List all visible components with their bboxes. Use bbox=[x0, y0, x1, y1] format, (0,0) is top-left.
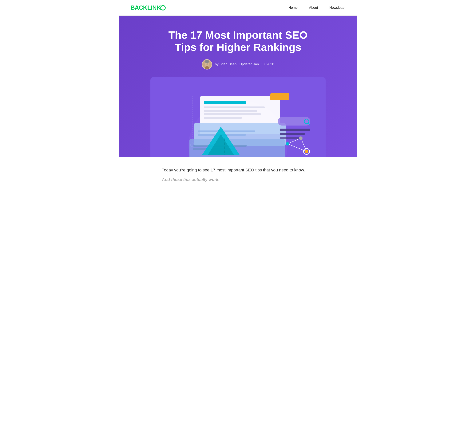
svg-rect-14 bbox=[204, 117, 242, 119]
main-nav: Home About Newsletter bbox=[289, 6, 346, 10]
logo-o-icon bbox=[160, 5, 166, 11]
svg-rect-24 bbox=[280, 137, 301, 139]
svg-point-40 bbox=[305, 150, 308, 153]
featured-image bbox=[150, 77, 326, 157]
svg-point-37 bbox=[286, 142, 289, 145]
hero-section: The 17 Most Important SEO Tips for Highe… bbox=[119, 16, 357, 157]
highlight-paragraph: And these tips actually work. bbox=[162, 177, 314, 182]
svg-point-5 bbox=[205, 60, 210, 63]
site-header: BACKLINK Home About Newsletter bbox=[119, 0, 357, 16]
site-logo[interactable]: BACKLINK bbox=[130, 4, 166, 11]
article-content: Today you're going to see 17 most import… bbox=[150, 157, 326, 192]
nav-newsletter[interactable]: Newsletter bbox=[329, 6, 346, 10]
nav-home[interactable]: Home bbox=[289, 6, 298, 10]
intro-paragraph: Today you're going to see 17 most import… bbox=[162, 167, 314, 173]
author-avatar bbox=[202, 59, 212, 69]
svg-point-3 bbox=[206, 63, 207, 63]
svg-rect-11 bbox=[204, 106, 265, 108]
svg-rect-22 bbox=[280, 129, 310, 131]
svg-rect-12 bbox=[204, 110, 257, 112]
hero-title: The 17 Most Important SEO Tips for Highe… bbox=[162, 29, 314, 53]
svg-rect-13 bbox=[204, 113, 261, 115]
author-meta: by Brian Dean · Updated Jan. 10, 2020 bbox=[215, 62, 274, 66]
svg-rect-15 bbox=[270, 93, 289, 100]
logo-text: BACKLINK bbox=[130, 4, 161, 11]
svg-rect-10 bbox=[204, 101, 246, 104]
nav-about[interactable]: About bbox=[309, 6, 318, 10]
svg-point-4 bbox=[208, 63, 208, 63]
svg-rect-23 bbox=[280, 133, 305, 135]
author-line: by Brian Dean · Updated Jan. 10, 2020 bbox=[130, 59, 346, 69]
svg-point-38 bbox=[299, 136, 303, 140]
hero-illustration bbox=[162, 85, 314, 157]
svg-rect-17 bbox=[198, 131, 255, 132]
svg-rect-19 bbox=[278, 117, 310, 126]
